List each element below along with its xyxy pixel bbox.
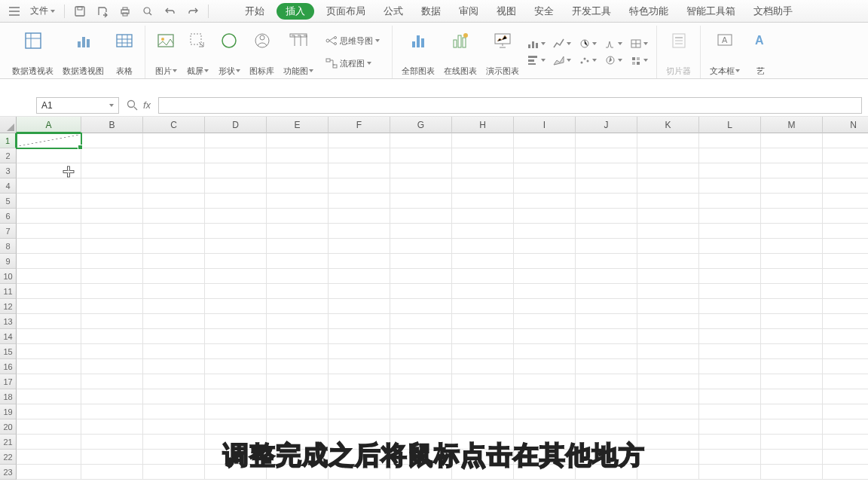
cell[interactable] — [81, 404, 143, 419]
tab-doc-helper[interactable]: 文档助手 — [744, 0, 802, 23]
cell[interactable] — [699, 209, 761, 224]
cell[interactable] — [452, 148, 514, 163]
cell-grid[interactable] — [17, 133, 868, 480]
cell[interactable] — [452, 404, 514, 419]
tab-developer[interactable]: 开发工具 — [563, 0, 620, 23]
cell[interactable] — [81, 389, 143, 404]
cell[interactable] — [823, 450, 868, 465]
cell[interactable] — [699, 419, 761, 435]
formula-input[interactable] — [158, 97, 862, 114]
column-header[interactable]: M — [761, 117, 823, 133]
cell[interactable] — [329, 163, 390, 178]
cell[interactable] — [81, 465, 143, 480]
cell[interactable] — [452, 344, 514, 359]
cell[interactable] — [143, 359, 205, 374]
cell[interactable] — [637, 299, 699, 314]
row-header[interactable]: 18 — [0, 389, 17, 404]
chart-type-6[interactable] — [576, 53, 599, 68]
cell[interactable] — [143, 465, 205, 480]
cell[interactable] — [514, 269, 576, 284]
column-header[interactable]: G — [390, 117, 452, 133]
chart-type-7[interactable] — [602, 36, 625, 51]
cell[interactable] — [390, 329, 452, 344]
cell[interactable] — [514, 299, 576, 314]
cell[interactable] — [637, 133, 699, 148]
undo-icon[interactable] — [160, 2, 181, 20]
cell[interactable] — [17, 284, 81, 299]
screenshot-button[interactable]: 截屏 — [182, 27, 213, 77]
cell[interactable] — [143, 344, 205, 359]
column-header[interactable]: E — [267, 117, 329, 133]
cell[interactable] — [637, 419, 699, 435]
cell[interactable] — [514, 404, 576, 419]
cell[interactable] — [17, 329, 81, 344]
cell[interactable] — [699, 254, 761, 269]
cell[interactable] — [329, 148, 390, 163]
cell[interactable] — [143, 419, 205, 435]
cell[interactable] — [267, 133, 329, 148]
cell[interactable] — [823, 209, 868, 224]
table-button[interactable]: 表格 — [108, 27, 140, 77]
cell[interactable] — [576, 148, 637, 163]
cell[interactable] — [514, 419, 576, 435]
cell[interactable] — [267, 374, 329, 389]
column-header[interactable]: I — [514, 117, 576, 133]
chart-type-1[interactable] — [525, 36, 548, 51]
cell[interactable] — [81, 359, 143, 374]
cell[interactable] — [17, 435, 81, 450]
cell[interactable] — [637, 344, 699, 359]
wordart-button[interactable]: A 艺 — [744, 27, 776, 77]
cell[interactable] — [81, 299, 143, 314]
cell[interactable] — [81, 344, 143, 359]
cell[interactable] — [576, 133, 637, 148]
cell[interactable] — [761, 209, 823, 224]
cell[interactable] — [143, 133, 205, 148]
cell[interactable] — [637, 163, 699, 178]
row-header[interactable]: 9 — [0, 254, 17, 269]
cell[interactable] — [761, 389, 823, 404]
cell[interactable] — [17, 148, 81, 163]
menu-icon[interactable] — [5, 2, 24, 20]
cell[interactable] — [699, 389, 761, 404]
cell[interactable] — [514, 284, 576, 299]
cell[interactable] — [205, 163, 267, 178]
chart-type-10[interactable] — [628, 53, 650, 68]
cell[interactable] — [514, 209, 576, 224]
cell[interactable] — [390, 359, 452, 374]
cell[interactable] — [452, 419, 514, 435]
cell[interactable] — [823, 404, 868, 419]
cell[interactable] — [514, 178, 576, 194]
cell[interactable] — [81, 163, 143, 178]
row-header[interactable]: 7 — [0, 224, 17, 239]
cell[interactable] — [329, 314, 390, 329]
cell[interactable] — [81, 254, 143, 269]
cell[interactable] — [514, 224, 576, 239]
cell[interactable] — [390, 133, 452, 148]
cell[interactable] — [761, 374, 823, 389]
cell[interactable] — [143, 299, 205, 314]
cell[interactable] — [576, 269, 637, 284]
cell[interactable] — [452, 254, 514, 269]
cell[interactable] — [267, 359, 329, 374]
cell[interactable] — [761, 133, 823, 148]
cell[interactable] — [823, 435, 868, 450]
demo-chart-button[interactable]: 演示图表 — [481, 27, 524, 77]
cell[interactable] — [637, 148, 699, 163]
shapes-button[interactable]: 形状 — [213, 27, 245, 77]
cell[interactable] — [452, 133, 514, 148]
cell[interactable] — [761, 284, 823, 299]
cell[interactable] — [81, 224, 143, 239]
cell[interactable] — [699, 359, 761, 374]
cell[interactable] — [452, 163, 514, 178]
cell[interactable] — [761, 148, 823, 163]
column-header[interactable]: A — [17, 117, 81, 133]
column-header[interactable]: C — [143, 117, 205, 133]
tab-view[interactable]: 视图 — [487, 0, 525, 23]
cell[interactable] — [17, 194, 81, 209]
cell[interactable] — [823, 163, 868, 178]
cell[interactable] — [329, 359, 390, 374]
chart-type-9[interactable] — [628, 36, 650, 51]
cell[interactable] — [823, 389, 868, 404]
cell[interactable] — [17, 404, 81, 419]
icon-library-button[interactable]: 图标库 — [245, 27, 279, 77]
